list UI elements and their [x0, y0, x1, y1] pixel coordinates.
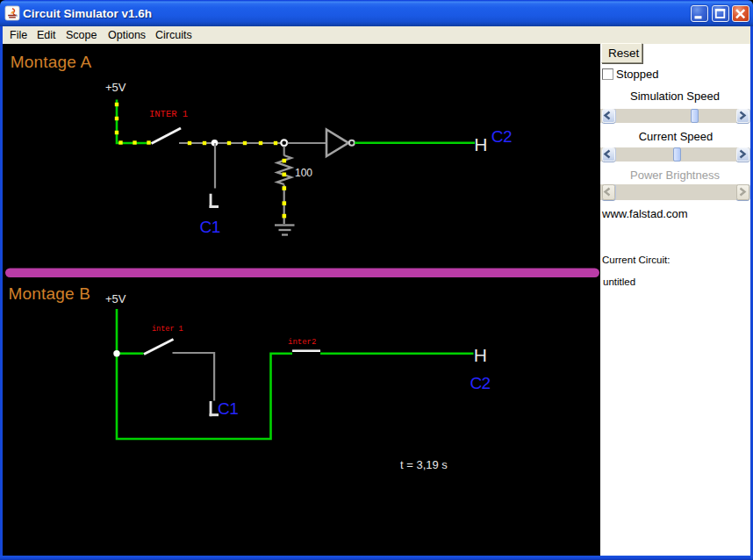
svg-text:Montage B: Montage B [8, 284, 90, 303]
svg-text:C2: C2 [491, 127, 512, 146]
svg-text:t = 3,19 s: t = 3,19 s [400, 458, 448, 471]
svg-text:C1: C1 [200, 218, 220, 236]
svg-text:Montage A: Montage A [11, 53, 92, 71]
svg-text:100: 100 [295, 167, 312, 179]
svg-text:C2: C2 [470, 374, 490, 392]
svg-text:inter 1: inter 1 [152, 325, 183, 334]
svg-text:INTER 1: INTER 1 [149, 109, 188, 119]
svg-text:H: H [474, 345, 487, 365]
svg-text:C1: C1 [218, 399, 238, 418]
svg-text:inter2: inter2 [288, 338, 316, 347]
svg-text:H: H [474, 134, 487, 154]
svg-text:+5V: +5V [105, 292, 126, 305]
svg-text:+5V: +5V [105, 81, 126, 94]
